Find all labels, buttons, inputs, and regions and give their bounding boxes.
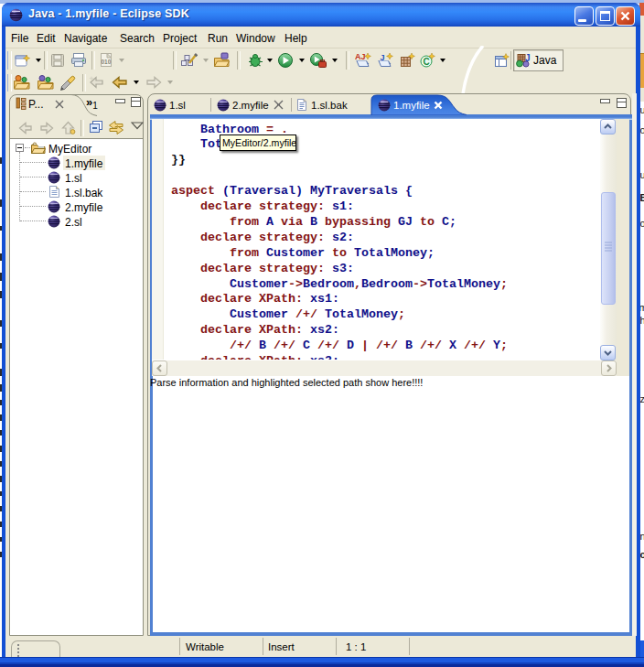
svg-text:010: 010 bbox=[102, 59, 112, 65]
svg-text:J: J bbox=[381, 53, 385, 62]
svg-text:C: C bbox=[424, 57, 430, 67]
svg-text:J: J bbox=[525, 53, 531, 63]
svg-text:AJ: AJ bbox=[355, 52, 366, 61]
